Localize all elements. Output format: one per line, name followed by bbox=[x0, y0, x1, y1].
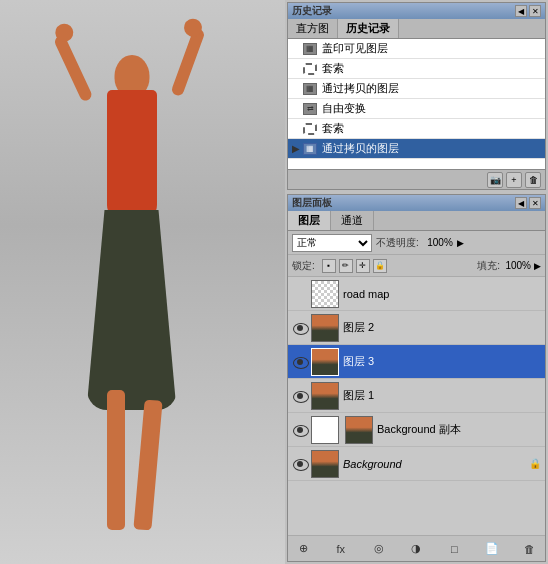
history-snapshot-btn[interactable]: 📷 bbox=[487, 172, 503, 188]
layer-mask-btn[interactable]: ◎ bbox=[370, 540, 388, 558]
history-panel: 历史记录 ◀ ✕ 直方图 历史记录 ▦ bbox=[287, 2, 546, 190]
thumbnail-layer-2 bbox=[311, 314, 339, 342]
eye-icon-layer-3 bbox=[293, 357, 307, 367]
history-tabs: 直方图 历史记录 bbox=[288, 19, 545, 39]
opacity-value: 100% bbox=[423, 237, 453, 248]
history-delete-btn[interactable]: 🗑 bbox=[525, 172, 541, 188]
layers-collapse-btn[interactable]: ◀ bbox=[515, 197, 527, 209]
photo-thumb-1 bbox=[312, 383, 338, 409]
blend-mode-select[interactable]: 正常 bbox=[292, 234, 372, 252]
history-title-text: 历史记录 bbox=[292, 4, 332, 18]
layers-panel: 图层面板 ◀ ✕ 图层 通道 正常 不透明度: 100% bbox=[287, 194, 546, 562]
tab-histogram[interactable]: 直方图 bbox=[288, 19, 338, 38]
layer-name-2: 图层 2 bbox=[343, 320, 541, 335]
history-item-text-3: 通过拷贝的图层 bbox=[322, 81, 399, 96]
layer-item-bg-copy[interactable]: Background 副本 bbox=[288, 413, 545, 447]
tab-channels[interactable]: 通道 bbox=[331, 211, 374, 230]
eye-road-map[interactable] bbox=[292, 286, 308, 302]
white-thumb-bg-copy bbox=[312, 417, 338, 443]
layers-title-bar: 图层面板 ◀ ✕ bbox=[288, 195, 545, 211]
fill-arrow[interactable]: ▶ bbox=[534, 261, 541, 271]
right-panels: 历史记录 ◀ ✕ 直方图 历史记录 ▦ bbox=[285, 0, 548, 564]
history-item-text-1: 盖印可见图层 bbox=[322, 41, 388, 56]
layer-effects-btn[interactable]: fx bbox=[332, 540, 350, 558]
history-item-text-4: 自由变换 bbox=[322, 101, 366, 116]
history-collapse-btn[interactable]: ◀ bbox=[515, 5, 527, 17]
tab-layers[interactable]: 图层 bbox=[288, 211, 331, 230]
layer-item-1[interactable]: 图层 1 bbox=[288, 379, 545, 413]
history-item-3[interactable]: ▦ 通过拷贝的图层 bbox=[288, 79, 545, 99]
photo-thumb-2 bbox=[312, 315, 338, 341]
layers-tabs: 图层 通道 bbox=[288, 211, 545, 231]
history-item-text-2: 套索 bbox=[322, 61, 344, 76]
lock-label: 锁定: bbox=[292, 259, 315, 273]
new-layer-btn[interactable]: 📄 bbox=[483, 540, 501, 558]
new-group-btn[interactable]: □ bbox=[445, 540, 463, 558]
link-layers-btn[interactable]: ⊕ bbox=[294, 540, 312, 558]
layer-item-2[interactable]: 图层 2 bbox=[288, 311, 545, 345]
layers-close-btn[interactable]: ✕ bbox=[529, 197, 541, 209]
eye-background[interactable] bbox=[292, 456, 308, 472]
layers-list: road map 图层 2 bbox=[288, 277, 545, 535]
history-title-bar: 历史记录 ◀ ✕ bbox=[288, 3, 545, 19]
arm-left bbox=[52, 34, 92, 103]
arrow-4 bbox=[292, 103, 300, 114]
layer-name-bg-copy: Background 副本 bbox=[377, 422, 541, 437]
delete-layer-btn[interactable]: 🗑 bbox=[521, 540, 539, 558]
eye-layer-1[interactable] bbox=[292, 388, 308, 404]
layer-name-road-map: road map bbox=[343, 288, 541, 300]
lock-icon-background: 🔒 bbox=[529, 458, 541, 469]
thumbnail-layer-1 bbox=[311, 382, 339, 410]
adjustment-layer-btn[interactable]: ◑ bbox=[407, 540, 425, 558]
layers-toolbar: ⊕ fx ◎ ◑ □ 📄 🗑 bbox=[288, 535, 545, 561]
history-new-btn[interactable]: + bbox=[506, 172, 522, 188]
opacity-arrow[interactable]: ▶ bbox=[457, 238, 464, 248]
lock-all-btn[interactable]: 🔒 bbox=[373, 259, 387, 273]
history-list: ▦ 盖印可见图层 套索 ▦ bbox=[288, 39, 545, 169]
lock-position-btn[interactable]: ✛ bbox=[356, 259, 370, 273]
dancer-legs bbox=[102, 390, 162, 540]
fill-label: 填充: bbox=[477, 259, 500, 273]
icon-1: ▦ bbox=[302, 42, 318, 56]
history-item-4[interactable]: ⇄ 自由变换 bbox=[288, 99, 545, 119]
opacity-label: 不透明度: bbox=[376, 236, 419, 250]
thumbnail-road-map bbox=[311, 280, 339, 308]
channels-tab-label: 通道 bbox=[341, 214, 363, 226]
layer-thumbnail-icon-4: ⇄ bbox=[303, 103, 317, 115]
history-item-1[interactable]: ▦ 盖印可见图层 bbox=[288, 39, 545, 59]
history-item-2[interactable]: 套索 bbox=[288, 59, 545, 79]
history-close-btn[interactable]: ✕ bbox=[529, 5, 541, 17]
lock-row: 锁定: ▪ ✏ ✛ 🔒 填充: 100% ▶ bbox=[288, 255, 545, 277]
histogram-tab-label: 直方图 bbox=[296, 22, 329, 34]
arm-right bbox=[170, 27, 205, 97]
layer-item-3[interactable]: 图层 3 bbox=[288, 345, 545, 379]
layer-item-background[interactable]: Background 🔒 bbox=[288, 447, 545, 481]
lock-image-btn[interactable]: ✏ bbox=[339, 259, 353, 273]
hand-right bbox=[181, 16, 204, 39]
eye-icon-layer-2 bbox=[293, 323, 307, 333]
history-item-6[interactable]: ▶ ▦ 通过拷贝的图层 bbox=[288, 139, 545, 159]
eye-bg-copy[interactable] bbox=[292, 422, 308, 438]
layer-item-road-map[interactable]: road map bbox=[288, 277, 545, 311]
eye-layer-2[interactable] bbox=[292, 320, 308, 336]
icon-2 bbox=[302, 62, 318, 76]
hand-left bbox=[52, 21, 76, 45]
arrow-3 bbox=[292, 83, 300, 94]
arrow-1 bbox=[292, 43, 300, 54]
photo-canvas bbox=[0, 0, 285, 564]
tab-history[interactable]: 历史记录 bbox=[338, 19, 399, 38]
layer-lock-background: 🔒 bbox=[529, 457, 541, 471]
icon-3: ▦ bbox=[302, 82, 318, 96]
lock-transparent-btn[interactable]: ▪ bbox=[322, 259, 336, 273]
layer-name-background: Background bbox=[343, 458, 525, 470]
blend-mode-row: 正常 不透明度: 100% ▶ bbox=[288, 231, 545, 255]
thumbnail-layer-3 bbox=[311, 348, 339, 376]
thumbnail-background bbox=[311, 450, 339, 478]
eye-layer-3[interactable] bbox=[292, 354, 308, 370]
lasso-icon-5 bbox=[303, 123, 317, 135]
history-tab-label: 历史记录 bbox=[346, 22, 390, 34]
lasso-icon-2 bbox=[303, 63, 317, 75]
layer-thumbnail-icon-1: ▦ bbox=[303, 43, 317, 55]
layers-title-text: 图层面板 bbox=[292, 196, 332, 210]
history-item-5[interactable]: 套索 bbox=[288, 119, 545, 139]
